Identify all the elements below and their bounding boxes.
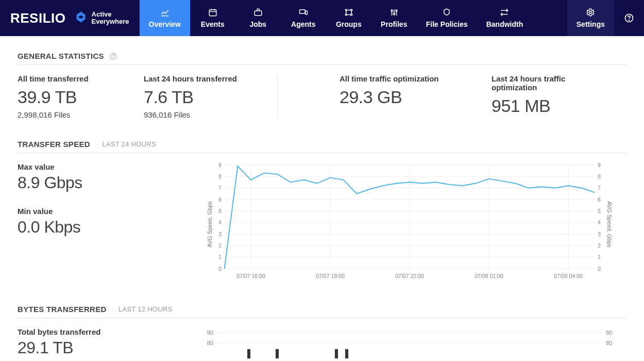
metric-min: Min value 0.0 Kbps [18, 207, 177, 237]
nav-file-policies[interactable]: File Policies [417, 0, 477, 36]
svg-point-29 [629, 20, 630, 21]
stat-value: 29.3 GB [340, 87, 476, 107]
stat-detail: 936,016 Files [144, 110, 262, 119]
brand: RESILIO Active Everywhere [0, 0, 140, 36]
section-title: TRANSFER SPEED [18, 140, 90, 149]
nav-label: Overview [149, 20, 181, 28]
svg-text:7: 7 [598, 185, 601, 191]
svg-text:07/07 22:00: 07/07 22:00 [395, 273, 424, 279]
help-circle-icon[interactable] [109, 52, 117, 60]
svg-point-11 [351, 14, 352, 15]
nav-label: Groups [336, 20, 362, 28]
nav-label: Events [201, 20, 225, 28]
svg-text:7: 7 [218, 185, 222, 191]
nav-bandwidth[interactable]: Bandwidth [477, 0, 533, 36]
svg-rect-78 [247, 349, 250, 358]
svg-text:8: 8 [598, 173, 601, 179]
y-axis-label-left: AVG Speed, Gbps [207, 201, 213, 248]
nav-groups[interactable]: Groups [326, 0, 371, 36]
y-axis-label-right: AVG Speed, Gbps [606, 201, 613, 248]
separator-dot: · [112, 306, 113, 313]
svg-point-31 [113, 57, 114, 58]
sliders-icon [389, 8, 399, 17]
svg-text:3: 3 [218, 231, 222, 237]
stat-all-time-transferred: All time transferred 39.9 TB 2,998,016 F… [18, 74, 144, 119]
svg-point-10 [345, 14, 347, 15]
svg-text:9: 9 [598, 162, 601, 168]
section-bytes-header: BYTES TRANSFERRED · LAST 12 HOURS [18, 305, 626, 318]
svg-text:07/07 16:00: 07/07 16:00 [236, 273, 265, 279]
separator-dot: · [95, 141, 97, 148]
svg-text:07/07 19:00: 07/07 19:00 [316, 273, 345, 279]
brand-tagline: Active Everywhere [74, 10, 129, 26]
svg-text:2: 2 [598, 242, 601, 249]
svg-text:9: 9 [218, 162, 222, 168]
nav-overview[interactable]: Overview [140, 0, 190, 36]
nav-label: Jobs [249, 20, 266, 28]
stat-label: Last 24 hours traffic optimization [492, 74, 611, 92]
stat-label: All time traffic optimization [340, 74, 476, 83]
metric-value: 29.1 TB [18, 338, 177, 357]
nav-profiles[interactable]: Profiles [371, 0, 417, 36]
svg-text:80: 80 [207, 340, 213, 346]
svg-text:8: 8 [218, 173, 222, 179]
nav-settings[interactable]: Settings [567, 0, 614, 36]
shield-file-icon [442, 8, 452, 17]
svg-point-16 [391, 10, 393, 12]
section-transfer-header: TRANSFER SPEED · LAST 24 HOURS [18, 140, 626, 153]
calendar-icon [208, 8, 218, 17]
line-chart-svg: 0011223344556677889907/07 16:0007/07 19:… [193, 162, 626, 281]
svg-text:1: 1 [598, 254, 601, 260]
svg-text:1: 1 [218, 254, 222, 260]
bar-chart-svg: 90809080 [193, 327, 626, 358]
stat-all-time-optimization: All time traffic optimization 29.3 GB [278, 74, 492, 119]
svg-text:4: 4 [218, 219, 222, 225]
metric-label: Max value [18, 162, 177, 171]
gear-icon [585, 8, 596, 17]
svg-rect-81 [345, 349, 348, 358]
svg-text:4: 4 [598, 219, 601, 225]
section-title: GENERAL STATISTICS [18, 52, 104, 60]
svg-text:07/08 01:00: 07/08 01:00 [474, 273, 503, 279]
svg-rect-6 [299, 10, 305, 14]
svg-text:90: 90 [207, 330, 213, 336]
stat-24h-transferred: Last 24 hours transferred 7.6 TB 936,016… [144, 74, 278, 119]
metric-max: Max value 8.9 Gbps [18, 162, 177, 192]
svg-text:3: 3 [598, 231, 601, 237]
nav-events[interactable]: Events [190, 0, 235, 36]
svg-text:2: 2 [218, 242, 222, 249]
svg-text:07/08 04:00: 07/08 04:00 [554, 273, 583, 279]
stat-detail: 2,998,016 Files [18, 110, 128, 119]
stats-row: All time transferred 39.9 TB 2,998,016 F… [18, 74, 626, 119]
stat-24h-optimization: Last 24 hours traffic optimization 951 M… [492, 74, 626, 119]
stat-label: Last 24 hours transferred [144, 74, 262, 83]
bytes-chart: 90809080 [193, 327, 626, 358]
top-nav: Overview Events Jobs Agents Groups Profi… [140, 0, 644, 36]
transfer-arrows-icon [499, 8, 510, 17]
svg-text:6: 6 [598, 196, 601, 203]
transfer-metrics: Max value 8.9 Gbps Min value 0.0 Kbps [18, 162, 177, 251]
metric-label: Min value [18, 207, 177, 216]
svg-rect-7 [306, 11, 308, 14]
nav-jobs[interactable]: Jobs [235, 0, 281, 36]
nav-label: Bandwidth [486, 20, 523, 28]
svg-text:5: 5 [218, 208, 222, 214]
metric-value: 8.9 Gbps [18, 173, 177, 192]
svg-rect-5 [255, 11, 262, 15]
stat-label: All time transferred [18, 74, 128, 83]
devices-icon [298, 8, 309, 17]
brand-name: RESILIO [10, 10, 66, 26]
svg-text:90: 90 [606, 330, 612, 336]
transfer-speed-chart: AVG Speed, Gbps AVG Speed, Gbps 00112233… [193, 162, 626, 286]
briefcase-icon [253, 8, 263, 17]
svg-point-19 [393, 13, 395, 15]
metric-total-bytes: Total bytes transferred 29.1 TB [18, 327, 177, 357]
nav-agents[interactable]: Agents [281, 0, 326, 36]
bytes-metrics: Total bytes transferred 29.1 TB [18, 327, 177, 361]
bytes-row: Total bytes transferred 29.1 TB 90809080 [18, 327, 626, 361]
svg-text:6: 6 [218, 196, 222, 203]
chart-line-icon [160, 8, 170, 17]
nav-label: Agents [291, 20, 315, 28]
help-button[interactable] [614, 0, 644, 36]
stat-value: 951 MB [492, 96, 611, 116]
